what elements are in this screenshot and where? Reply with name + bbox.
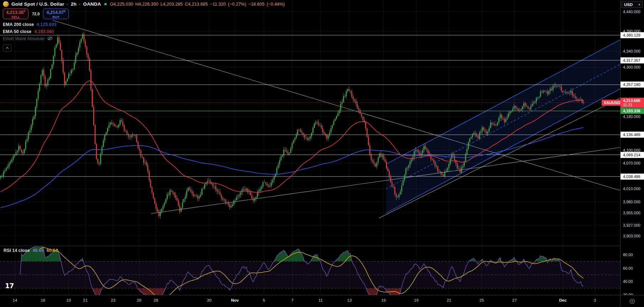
level-price-badge: 4,317.357 xyxy=(621,57,644,63)
symbol-header: Gold Spot / U.S. Dollar · 2h · OANDA O4,… xyxy=(3,1,285,7)
time-tick: 27 xyxy=(512,298,517,302)
candlestick-series xyxy=(0,32,584,219)
high-label: H xyxy=(135,2,138,7)
price-axis-settings[interactable] xyxy=(620,295,644,307)
indicator-legend: EMA 200 close 4,125.833 EMA 50 close 4,1… xyxy=(3,21,57,52)
order-panel: 4,213.350 SELL 72.0 4,214.070 BUY xyxy=(3,9,69,19)
scale-settings-icon xyxy=(629,299,635,304)
time-axis[interactable]: 1416192123262830Nov5711131619212527Dec3 xyxy=(0,295,620,307)
price-axis[interactable]: 4,440.0004,390.0004,340.0004,300.0004,22… xyxy=(620,0,644,295)
eye-off-icon[interactable] xyxy=(47,36,53,42)
ema200-label: EMA 200 close xyxy=(3,22,34,27)
separator: · xyxy=(67,1,68,7)
high-value: 4,226.350 xyxy=(138,2,158,7)
level-price-badge: 4,380.129 xyxy=(621,32,644,38)
rsi-label: RSI 14 close xyxy=(4,248,30,253)
time-tick: 28 xyxy=(154,298,158,302)
currency-value: USD xyxy=(624,2,633,7)
rsi-tick: 60.00 xyxy=(623,266,633,270)
legend-row-ema50[interactable]: EMA 50 close 4,193.040 xyxy=(3,28,57,35)
ohlc-row: O4,225.030 H4,226.350 L4,203.285 C4,213.… xyxy=(110,2,285,7)
symbol-price-chip: XAUUSD xyxy=(602,99,622,106)
buy-label: BUY xyxy=(52,15,59,19)
sell-button[interactable]: 4,213.350 SELL xyxy=(3,9,28,19)
time-tick: 7 xyxy=(291,298,294,302)
symbol-title[interactable]: Gold Spot / U.S. Dollar xyxy=(11,1,64,7)
legend-row-ema200[interactable]: EMA 200 close 4,125.833 xyxy=(3,21,57,28)
ema50-value: 4,193.040 xyxy=(34,29,54,34)
price-tick: 3,903.000 xyxy=(623,234,640,238)
collapse-legend-button[interactable] xyxy=(3,44,11,52)
price-tick: 3,927.000 xyxy=(623,223,640,227)
buy-price-sup: 0 xyxy=(64,9,65,13)
time-tick: Dec xyxy=(559,298,566,302)
low-value: 4,203.285 xyxy=(163,2,183,7)
exchange-label[interactable]: OANDA xyxy=(83,1,101,7)
time-tick: 30 xyxy=(207,298,212,302)
chevron-down-icon: ▾ xyxy=(638,3,640,6)
time-tick: 5 xyxy=(263,298,265,302)
level-price-badge: 4,089.214 xyxy=(621,152,644,158)
time-tick: 25 xyxy=(480,298,484,302)
change-absolute: −11.320 xyxy=(210,2,226,7)
spread-value: 72.0 xyxy=(32,12,39,16)
price-tick: 4,180.000 xyxy=(623,114,640,119)
interval-label[interactable]: 2h xyxy=(71,1,76,7)
price-tick: 4,440.000 xyxy=(623,10,640,14)
time-tick: 21 xyxy=(447,298,452,302)
sell-price-sup: 0 xyxy=(23,9,25,13)
price-tick: 4,300.000 xyxy=(623,65,640,69)
change-absolute-2: −18.605 xyxy=(248,2,265,7)
price-tick: 3,980.000 xyxy=(623,200,640,204)
time-tick: Nov xyxy=(231,298,239,302)
time-tick: 19 xyxy=(414,298,419,302)
time-tick: 16 xyxy=(381,298,386,302)
time-tick: 23 xyxy=(111,298,116,302)
buy-price: 4,214.07 xyxy=(47,10,64,15)
rsi-tick: 80.00 xyxy=(623,253,633,257)
sell-label: SELL xyxy=(11,15,20,19)
close-label: C xyxy=(185,2,188,7)
channel-fill xyxy=(386,40,620,213)
ema200-value: 4,125.833 xyxy=(37,22,57,27)
open-value: 4,225.030 xyxy=(114,2,133,7)
time-tick: 21 xyxy=(83,298,88,302)
price-tick: 4,010.000 xyxy=(623,187,640,191)
time-tick: 11 xyxy=(318,298,323,302)
time-tick: 14 xyxy=(13,298,17,302)
rsi-ma-value: 60.84 xyxy=(47,248,58,253)
prev-close-badge: 4,193.336 xyxy=(621,108,644,114)
market-status-dot-icon xyxy=(104,3,107,5)
rsi-tick: 40.00 xyxy=(623,279,633,284)
price-tick: 4,340.000 xyxy=(623,49,640,53)
rsi-value: 49.65 xyxy=(33,248,44,253)
time-tick: 13 xyxy=(347,298,352,302)
legend-row-elliott[interactable]: Elliott Wave Absolute xyxy=(3,35,57,42)
time-tick: 19 xyxy=(67,298,71,302)
time-tick: 26 xyxy=(137,298,142,302)
price-tick: 4,070.000 xyxy=(623,161,640,165)
sell-price: 4,213.35 xyxy=(6,10,23,15)
tradingview-logo[interactable]: 17 xyxy=(5,282,14,290)
trendline-ascending-support-long[interactable] xyxy=(151,147,620,214)
price-tick: 3,955.000 xyxy=(623,211,640,215)
gold-coin-icon xyxy=(3,1,9,7)
last-price-badge[interactable]: 4,213.68511:21 xyxy=(621,98,644,108)
chart-window: Gold Spot / U.S. Dollar · 2h · OANDA O4,… xyxy=(0,0,644,307)
elliott-wave-label: Elliott Wave Absolute xyxy=(3,36,44,41)
separator: · xyxy=(79,1,80,7)
time-tick: 16 xyxy=(41,298,46,302)
currency-selector[interactable]: USD ▾ xyxy=(622,1,643,8)
open-label: O xyxy=(110,2,114,7)
rsi-legend[interactable]: RSI 14 close 49.65 60.84 xyxy=(4,248,58,253)
change-percent-2: (−0.44%) xyxy=(266,2,285,7)
change-percent: (−0.27%) xyxy=(228,2,246,7)
level-price-badge: 4,257.180 xyxy=(621,82,644,88)
chart-canvas[interactable] xyxy=(0,0,644,307)
buy-button[interactable]: 4,214.070 BUY xyxy=(43,9,69,19)
close-value: 4,213.685 xyxy=(188,2,208,7)
ema50-label: EMA 50 close xyxy=(3,29,31,34)
level-price-badge: 4,038.486 xyxy=(621,173,644,179)
time-tick: 3 xyxy=(594,298,596,302)
low-label: L xyxy=(160,2,163,7)
